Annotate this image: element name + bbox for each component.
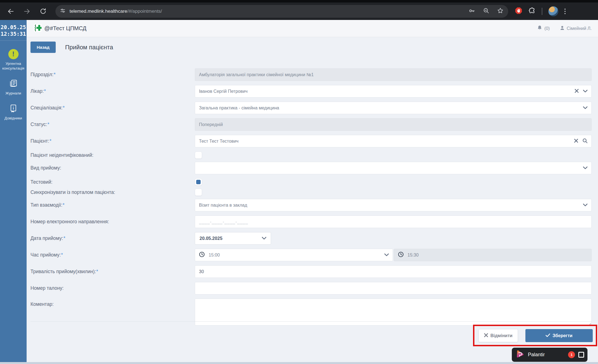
- directories-icon: [9, 104, 18, 114]
- clear-x-icon[interactable]: [574, 139, 578, 144]
- referral-number-label: Номер електронного направлення:: [30, 219, 109, 224]
- specialization-select[interactable]: Загальна практика - сімейна медицина: [195, 102, 592, 114]
- chevron-down-icon[interactable]: [583, 89, 587, 94]
- browser-menu-icon[interactable]: [564, 9, 566, 14]
- required-asterisk: *: [63, 235, 65, 241]
- unidentified-checkbox[interactable]: [195, 152, 202, 159]
- form-row-referral-number: Номер електронного направлення:: [30, 216, 592, 228]
- required-asterisk: *: [63, 202, 65, 208]
- form-row-unidentified: Пацієнт неідентифікований:: [30, 152, 592, 159]
- app-title: @#Тест ЦПМСД: [44, 25, 86, 32]
- sync-portal-label: Синхронізувати із порталом пацієнта:: [30, 189, 115, 195]
- required-asterisk: *: [63, 105, 65, 111]
- back-button[interactable]: Назад: [30, 42, 56, 53]
- time-start-select[interactable]: 15:00: [195, 249, 393, 261]
- status-label: Статус:: [30, 122, 47, 127]
- bottom-edge-strip: [0, 362, 598, 364]
- interaction-type-label: Тип взаємодії:: [30, 202, 62, 208]
- interaction-type-select[interactable]: Візит пацієнта в заклад: [195, 199, 592, 211]
- clock-icon: [199, 252, 205, 258]
- form-row-duration: Тривалість прийому(хвилин):*: [30, 265, 592, 278]
- save-check-icon: [546, 333, 550, 338]
- browser-top-strip: [0, 0, 598, 2]
- palantir-window-icon[interactable]: [578, 352, 584, 358]
- form-row-time: Час прийому:* 15:00 15:30: [30, 249, 592, 261]
- appointment-form: Підрозділ:* Амбулаторія загальної практи…: [30, 68, 598, 327]
- patient-label: Пацієнт:: [30, 138, 49, 144]
- palantir-name: Palantir: [528, 352, 565, 358]
- required-asterisk: *: [44, 88, 46, 94]
- adblock-hand-icon[interactable]: [515, 7, 522, 16]
- chevron-down-icon[interactable]: [583, 106, 587, 111]
- sidebar-item-journals[interactable]: Журнали: [0, 79, 27, 96]
- notifications-button[interactable]: (0): [537, 25, 550, 32]
- user-menu[interactable]: Сімейний Л.: [560, 25, 592, 32]
- cancel-button[interactable]: Відмінити: [479, 329, 518, 342]
- address-bar[interactable]: telemed.medlink.healthcare/#/appointment…: [55, 5, 508, 18]
- password-key-icon[interactable]: [468, 7, 476, 16]
- required-asterisk: *: [96, 269, 98, 274]
- form-row-interaction-type: Тип взаємодії:* Візит пацієнта в заклад: [30, 199, 592, 211]
- form-row-comment: Коментар:: [30, 299, 592, 327]
- sync-portal-checkbox[interactable]: [195, 189, 202, 196]
- time-label: Час прийому:: [30, 252, 61, 258]
- chevron-down-icon[interactable]: [384, 253, 389, 258]
- app-header: @#Тест ЦПМСД (0) Сімейний Л.: [27, 20, 598, 37]
- bell-icon: [537, 25, 542, 32]
- sidebar-clock: 20.05.25 12:35:31: [0, 24, 27, 41]
- required-asterisk: *: [61, 252, 63, 258]
- unit-label: Підрозділ:: [30, 72, 53, 77]
- specialization-label: Спеціалізація:: [30, 105, 63, 111]
- sidebar-item-urgent-consultation[interactable]: ! Ургентна консультація: [0, 49, 27, 71]
- browser-reload-icon[interactable]: [38, 7, 48, 16]
- footer-divider: [30, 321, 592, 322]
- chevron-down-icon[interactable]: [583, 166, 587, 171]
- form-row-test: Тестовий:: [30, 178, 592, 186]
- form-row-date: Дата прийому:* 20.05.2025: [30, 232, 592, 245]
- clock-icon: [398, 252, 404, 258]
- zoom-out-icon[interactable]: [483, 7, 490, 15]
- chevron-down-icon[interactable]: [262, 236, 266, 241]
- save-button[interactable]: Зберегти: [525, 329, 593, 342]
- page-title: Прийом пацієнта: [65, 44, 113, 51]
- referral-number-input[interactable]: [195, 216, 592, 228]
- duration-label: Тривалість прийому(хвилин):: [30, 269, 96, 274]
- sidebar-date: 20.05.25: [0, 24, 27, 30]
- required-asterisk: *: [54, 72, 56, 77]
- ticket-input[interactable]: [195, 282, 592, 294]
- extensions-puzzle-icon[interactable]: [528, 7, 536, 16]
- time-end-field: 15:30: [394, 249, 592, 261]
- date-select[interactable]: 20.05.2025: [195, 232, 271, 245]
- bookmark-star-icon[interactable]: [497, 7, 504, 15]
- browser-back-icon[interactable]: [6, 7, 16, 16]
- patient-search-field[interactable]: Тест Тест Тестович: [195, 135, 592, 147]
- visit-kind-select[interactable]: [195, 162, 592, 174]
- test-label: Тестовий:: [30, 179, 52, 185]
- doctor-select[interactable]: Іванов Сергій Петрович: [195, 85, 592, 98]
- ticket-label: Номер талону:: [30, 285, 64, 291]
- duration-input[interactable]: [195, 265, 592, 278]
- unit-field: Амбулаторія загальної практики сімейної …: [195, 68, 592, 81]
- main-content: @#Тест ЦПМСД (0) Сімейний Л. Назад Прийо…: [27, 20, 598, 362]
- chevron-down-icon[interactable]: [583, 203, 587, 208]
- browser-chrome: telemed.medlink.healthcare/#/appointment…: [0, 0, 598, 20]
- test-checkbox[interactable]: [195, 178, 202, 186]
- required-asterisk: *: [50, 138, 52, 144]
- browser-forward-icon[interactable]: [22, 7, 32, 16]
- search-icon[interactable]: [582, 138, 587, 144]
- sidebar-item-label: Ургентна консультація: [0, 61, 27, 71]
- form-row-ticket: Номер талону:: [30, 282, 592, 294]
- browser-profile-avatar[interactable]: [548, 6, 558, 16]
- clear-x-icon[interactable]: [575, 89, 579, 94]
- form-row-visit-kind: Вид прийому:: [30, 162, 592, 174]
- palantir-widget[interactable]: Palantir 1: [512, 348, 587, 362]
- doctor-label: Лікар:: [30, 88, 44, 94]
- sidebar-item-directories[interactable]: Довідники: [0, 104, 27, 121]
- url-text[interactable]: telemed.medlink.healthcare/#/appointment…: [70, 9, 162, 14]
- cancel-x-icon: [484, 333, 488, 338]
- date-label: Дата прийому:: [30, 235, 63, 241]
- urgent-consultation-icon: !: [8, 49, 19, 59]
- form-row-unit: Підрозділ:* Амбулаторія загальної практи…: [30, 68, 592, 81]
- sidebar-time: 12:35:31: [0, 30, 27, 37]
- site-controls-icon[interactable]: [60, 8, 66, 15]
